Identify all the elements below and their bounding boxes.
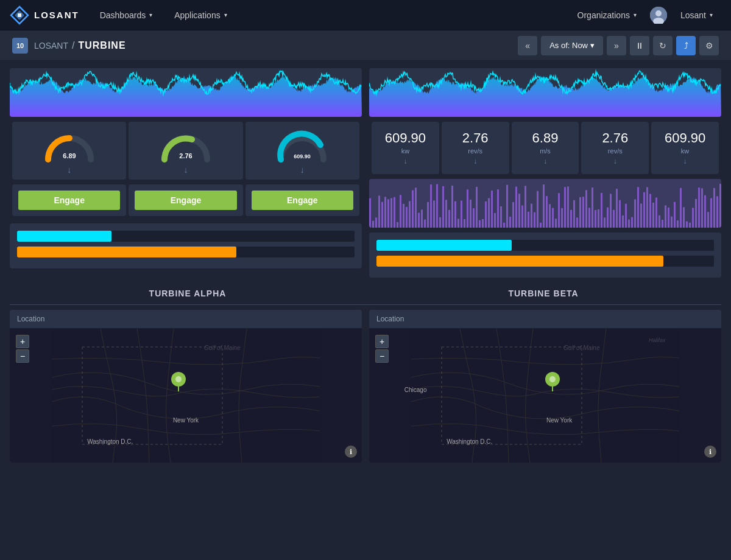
breadcrumb-org: LOSANT [34, 41, 68, 51]
nav-right: Organizations ▾ Losant ▾ [569, 7, 721, 24]
svg-point-13 [175, 376, 182, 382]
section-title-beta: TURBINE BETA [366, 282, 721, 305]
map-label-alpha: Location [10, 310, 362, 329]
bar-fill-cyan-right [376, 240, 512, 251]
logo-icon [10, 5, 29, 25]
map-info-alpha[interactable]: ℹ [345, 446, 357, 458]
bar-track-cyan-left [17, 231, 355, 242]
svg-text:6.89: 6.89 [63, 152, 76, 159]
settings-button[interactable]: ⚙ [699, 36, 719, 55]
organizations-menu[interactable]: Organizations ▾ [569, 7, 645, 24]
map-info-beta[interactable]: ℹ [704, 446, 716, 458]
user-menu[interactable]: Losant ▾ [672, 7, 721, 24]
gauge-cell-1: 2.76 ↓ [129, 122, 242, 180]
gauge-cell-2: 609.90 ↓ [245, 122, 359, 180]
breadcrumb-controls: « As of: Now ▾ » ⏸ ↻ ⤴ ⚙ [518, 36, 719, 55]
bar-fill-orange-left [17, 247, 236, 257]
zoom-out-alpha[interactable]: − [16, 349, 29, 363]
svg-text:Halifax: Halifax [649, 337, 666, 343]
navbar: LOSANT Dashboards ▾ Applications ▾ Organ… [0, 0, 731, 30]
bar-row-orange-left [17, 247, 355, 257]
bar-fill-orange-right [376, 256, 663, 267]
engage-button-1[interactable]: Engage [135, 191, 236, 210]
wave-chart-right [369, 68, 721, 117]
stat-cell-3: 2.76 rev/s ↓ [581, 122, 649, 174]
dashboard-grid: 6.89 ↓ 2.76 ↓ [10, 68, 721, 278]
city-label-dc-beta: Washington D.C. [447, 438, 492, 445]
pause-button[interactable]: ⏸ [630, 36, 649, 55]
bar-row-cyan-right [376, 240, 714, 251]
wave-canvas-right [369, 68, 721, 117]
engage-row: Engage Engage Engage [10, 182, 362, 219]
dashboards-menu[interactable]: Dashboards ▾ [91, 7, 161, 24]
engage-button-2[interactable]: Engage [252, 191, 353, 210]
stat-value-0: 609.90 [385, 130, 426, 146]
avatar-icon [650, 7, 667, 24]
stat-value-2: 6.89 [532, 130, 559, 146]
stat-unit-1: rev/s [468, 147, 482, 155]
engage-cell-1: Engage [129, 184, 242, 216]
stat-arrow-1: ↓ [473, 157, 477, 166]
map-bg-svg-alpha: Gulf of Maine [10, 329, 362, 463]
stat-unit-0: kw [401, 147, 409, 155]
wave-chart-left [10, 68, 362, 117]
svg-text:609.90: 609.90 [294, 153, 311, 159]
stat-row: 609.90 kw ↓ 2.76 rev/s ↓ 6.89 m/s ↓ [369, 119, 721, 177]
brand: LOSANT [10, 5, 79, 25]
stat-unit-2: m/s [540, 147, 551, 155]
stat-unit-4: kw [681, 147, 689, 155]
forward-button[interactable]: » [607, 36, 626, 55]
stat-value-3: 2.76 [602, 130, 628, 146]
city-label-ny-alpha: New York [173, 417, 199, 424]
svg-text:Gulf of Maine: Gulf of Maine [204, 345, 241, 351]
gauge-engage-left: 6.89 ↓ 2.76 ↓ [10, 119, 362, 219]
purple-wave-canvas [369, 179, 721, 228]
map-row: Location [10, 310, 721, 463]
zoom-in-alpha[interactable]: + [16, 335, 29, 348]
share-button[interactable]: ⤴ [676, 36, 696, 55]
main-content: 6.89 ↓ 2.76 ↓ [0, 61, 731, 470]
stat-arrow-2: ↓ [543, 157, 547, 166]
left-column: 6.89 ↓ 2.76 ↓ [10, 68, 362, 278]
gauge-row-left: 6.89 ↓ 2.76 ↓ [10, 119, 362, 182]
purple-wave-chart [369, 179, 721, 228]
breadcrumb-page: TURBINE [78, 40, 125, 51]
rewind-button[interactable]: « [518, 36, 537, 55]
stat-cell-0: 609.90 kw ↓ [372, 122, 439, 174]
bar-track-orange-left [17, 247, 355, 257]
breadcrumb-sep: / [72, 40, 74, 51]
brand-text: LOSANT [34, 10, 79, 20]
stat-cell-4: 609.90 kw ↓ [651, 122, 719, 174]
gauge-svg-2: 609.90 [275, 129, 330, 163]
gauge-arrow-0: ↓ [67, 165, 71, 175]
map-label-beta: Location [369, 310, 721, 329]
engage-cell-2: Engage [245, 184, 359, 216]
gauge-arrow-1: ↓ [183, 165, 188, 175]
stat-arrow-0: ↓ [403, 157, 407, 166]
gauge-arrow-2: ↓ [300, 165, 305, 175]
avatar [650, 7, 667, 24]
bar-track-cyan-right [376, 240, 714, 251]
breadcrumb-icon: 10 [12, 38, 28, 54]
city-label-chicago-beta: Chicago [404, 387, 427, 393]
svg-point-19 [549, 376, 556, 382]
applications-menu[interactable]: Applications ▾ [166, 7, 236, 24]
map-marker-beta [545, 372, 560, 396]
map-panel-alpha: Location [10, 310, 362, 463]
asof-button[interactable]: As of: Now ▾ [541, 36, 603, 55]
bar-row-cyan-left [17, 231, 355, 242]
stat-section: 609.90 kw ↓ 2.76 rev/s ↓ 6.89 m/s ↓ [369, 119, 721, 177]
gauge-svg-0: 6.89 [42, 129, 97, 163]
map-container-beta: Gulf of Maine Halifax + − New [369, 329, 721, 463]
map-bg-svg-beta: Gulf of Maine Halifax [369, 329, 721, 463]
zoom-in-beta[interactable]: + [375, 335, 389, 348]
stat-arrow-4: ↓ [683, 157, 687, 166]
map-container-alpha: Gulf of Maine + − New York Wash [10, 329, 362, 463]
engage-button-0[interactable]: Engage [18, 191, 120, 210]
dashboards-chevron: ▾ [149, 12, 152, 18]
map-zoom-alpha: + − [16, 335, 29, 363]
user-chevron: ▾ [710, 12, 713, 18]
zoom-out-beta[interactable]: − [375, 349, 389, 363]
svg-text:2.76: 2.76 [179, 152, 192, 159]
refresh-button[interactable]: ↻ [653, 36, 673, 55]
